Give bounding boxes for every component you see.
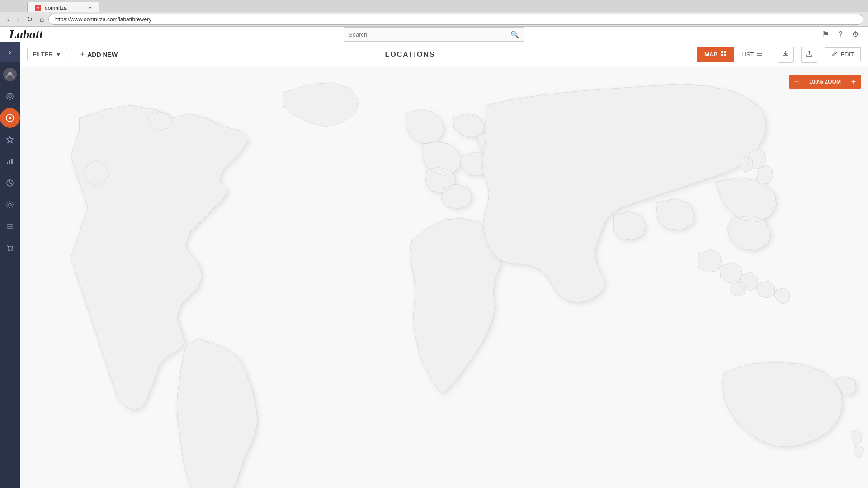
zoom-level-label: 100% ZOOM	[804, 79, 846, 85]
svg-point-4	[9, 117, 11, 119]
svg-rect-16	[721, 51, 723, 53]
url-bar[interactable]: https://www.oomnitza.com/labattbrewery	[48, 14, 863, 25]
svg-rect-8	[11, 159, 13, 164]
svg-point-14	[9, 250, 10, 251]
list-lines-icon	[756, 51, 763, 58]
flag-icon: ⚑	[822, 30, 829, 39]
user-avatar	[3, 68, 17, 81]
add-new-button[interactable]: + ADD NEW	[75, 47, 123, 62]
add-new-label: ADD NEW	[87, 51, 118, 58]
list-view-label: LIST	[741, 51, 754, 58]
search-bar[interactable]: 🔍	[344, 27, 524, 42]
sidebar-item-list[interactable]	[0, 216, 20, 236]
svg-marker-5	[7, 136, 13, 143]
flag-button[interactable]: ⚑	[822, 29, 829, 39]
sidebar-item-settings[interactable]	[0, 195, 20, 215]
sidebar-item-avatar[interactable]	[0, 65, 20, 84]
header-actions: ⚑ ? ⚙	[822, 29, 859, 39]
edit-button[interactable]: EDIT	[825, 47, 861, 61]
svg-rect-7	[9, 160, 10, 164]
svg-point-15	[11, 250, 13, 251]
list-view-button[interactable]: LIST	[734, 47, 770, 62]
settings-button[interactable]: ⚙	[852, 29, 859, 39]
sidebar: ›	[0, 42, 20, 488]
map-view-button[interactable]: MAP	[697, 47, 734, 62]
zoom-control: − 100% ZOOM +	[789, 75, 861, 89]
toolbar: FILTER ▼ + ADD NEW LOCATIONS MAP	[20, 42, 868, 67]
sidebar-item-locations[interactable]	[0, 108, 20, 128]
sidebar-item-dashboard[interactable]	[0, 86, 20, 106]
edit-pencil-icon	[831, 51, 838, 58]
map-area[interactable]: − 100% ZOOM +	[20, 67, 868, 488]
search-icon: 🔍	[510, 30, 519, 39]
zoom-plus-button[interactable]: +	[846, 75, 861, 89]
svg-rect-6	[7, 162, 8, 164]
svg-point-2	[9, 95, 11, 98]
sidebar-item-store[interactable]	[0, 238, 20, 258]
nav-forward-button[interactable]: ›	[14, 14, 22, 24]
svg-rect-17	[724, 51, 726, 53]
zoom-minus-button[interactable]: −	[789, 75, 804, 89]
filter-button[interactable]: FILTER ▼	[27, 48, 67, 61]
edit-label: EDIT	[840, 51, 854, 58]
tab-title: oomnitza	[45, 5, 67, 11]
map-grid-icon	[720, 51, 726, 58]
app-header: Labatt 🔍 ⚑ ? ⚙	[0, 27, 868, 42]
svg-rect-18	[721, 54, 723, 56]
download-icon	[782, 50, 789, 59]
download-button[interactable]	[778, 47, 794, 63]
nav-home-button[interactable]: ⌂	[37, 14, 47, 24]
add-icon: +	[80, 50, 85, 59]
page-title: LOCATIONS	[130, 51, 690, 59]
url-text: https://www.oomnitza.com/labattbrewery	[54, 16, 151, 23]
help-button[interactable]: ?	[838, 30, 843, 39]
map-view-label: MAP	[704, 51, 717, 58]
tab-close-icon[interactable]: ×	[88, 5, 92, 12]
help-icon: ?	[838, 30, 843, 39]
sidebar-expand-button[interactable]: ›	[0, 42, 20, 62]
svg-rect-19	[724, 54, 726, 56]
sidebar-item-reports[interactable]	[0, 173, 20, 193]
sidebar-item-analytics[interactable]	[0, 151, 20, 171]
nav-back-button[interactable]: ‹	[5, 14, 12, 24]
nav-refresh-button[interactable]: ↻	[24, 14, 35, 24]
sidebar-item-favorites[interactable]	[0, 130, 20, 150]
tab-favicon: X	[35, 5, 41, 11]
world-map	[20, 67, 868, 488]
svg-point-10	[9, 203, 11, 206]
share-button[interactable]	[801, 47, 817, 63]
filter-dropdown-icon: ▼	[56, 51, 61, 58]
settings-icon: ⚙	[852, 30, 859, 39]
share-icon	[806, 50, 813, 59]
app-logo: Labatt	[9, 27, 43, 42]
filter-label: FILTER	[33, 51, 53, 58]
view-toggle: MAP LIST	[697, 47, 770, 62]
svg-point-1	[7, 93, 13, 99]
search-input[interactable]	[349, 31, 507, 38]
